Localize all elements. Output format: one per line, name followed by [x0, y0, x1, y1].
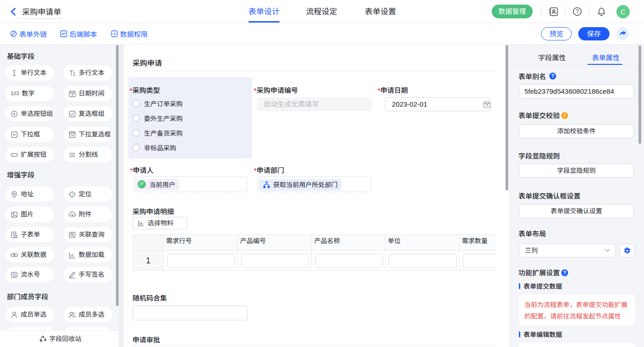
svg-text:?: ? [576, 8, 579, 15]
